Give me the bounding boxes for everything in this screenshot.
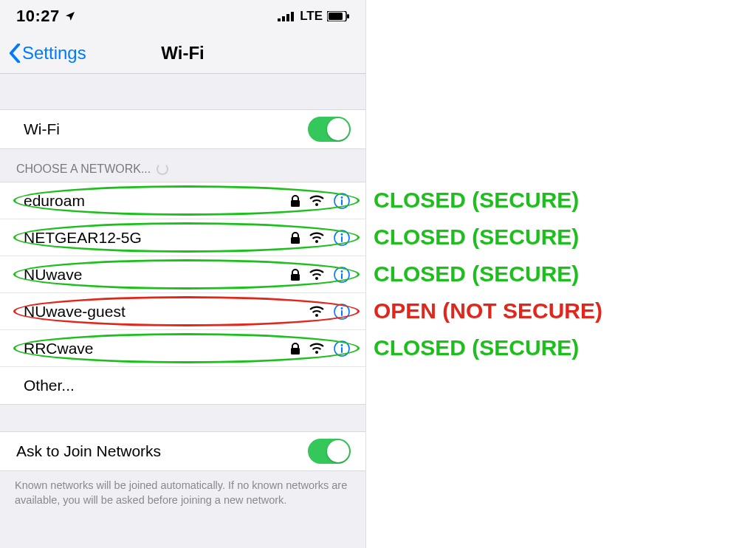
lock-icon (290, 269, 300, 281)
svg-rect-0 (278, 18, 281, 21)
svg-point-8 (315, 203, 318, 206)
network-name: NUwave-guest (24, 303, 309, 321)
svg-rect-11 (341, 199, 343, 205)
network-row[interactable]: NETGEAR12-5G (0, 219, 365, 256)
section-gap (0, 74, 365, 109)
network-list: eduroamNETGEAR12-5GNUwaveNUwave-guestRRC… (0, 182, 365, 405)
status-time: 10:27 (16, 7, 60, 26)
lock-icon (290, 232, 300, 244)
svg-rect-5 (329, 13, 343, 20)
svg-point-27 (315, 351, 318, 354)
choose-network-header: CHOOSE A NETWORK... (0, 149, 365, 182)
signal-bars-icon (278, 11, 295, 21)
network-row[interactable]: NUwave (0, 256, 365, 293)
annotation-label: CLOSED (SECURE) (374, 225, 579, 250)
svg-rect-30 (341, 347, 343, 353)
back-label: Settings (22, 43, 86, 64)
svg-rect-25 (341, 310, 343, 316)
svg-point-29 (341, 344, 343, 346)
other-network-row[interactable]: Other... (0, 367, 365, 404)
wifi-toggle-label: Wi-Fi (15, 120, 308, 138)
svg-rect-16 (341, 236, 343, 242)
wifi-signal-icon (309, 232, 324, 244)
svg-point-24 (341, 307, 343, 309)
svg-point-10 (341, 196, 343, 199)
annotation-label: CLOSED (SECURE) (374, 188, 579, 213)
lock-icon (290, 195, 300, 207)
network-status-icons (290, 192, 351, 210)
choose-network-label: CHOOSE A NETWORK... (16, 162, 151, 176)
svg-rect-12 (291, 237, 300, 244)
nav-bar: Settings Wi-Fi (0, 32, 365, 74)
network-name: RRCwave (24, 340, 290, 357)
network-row[interactable]: eduroam (0, 182, 365, 219)
lock-icon (290, 343, 300, 355)
svg-rect-3 (291, 12, 294, 21)
svg-rect-2 (286, 14, 289, 21)
svg-rect-26 (291, 348, 300, 355)
network-row[interactable]: RRCwave (0, 330, 365, 367)
footer-help-text: Known networks will be joined automatica… (0, 471, 365, 518)
other-label: Other... (24, 377, 351, 394)
svg-rect-1 (282, 16, 285, 21)
svg-rect-6 (347, 14, 349, 18)
svg-point-22 (315, 314, 318, 317)
info-icon[interactable] (333, 192, 351, 210)
loading-spinner-icon (157, 163, 168, 175)
network-status-icons (290, 266, 351, 284)
info-icon[interactable] (333, 229, 351, 247)
network-row[interactable]: NUwave-guest (0, 293, 365, 330)
network-status-icons (290, 229, 351, 247)
wifi-toggle-row: Wi-Fi (0, 109, 365, 149)
annotation-label: OPEN (NOT SECURE) (374, 298, 602, 323)
wifi-signal-icon (309, 306, 324, 318)
info-icon[interactable] (333, 266, 351, 284)
back-button[interactable]: Settings (0, 43, 86, 64)
annotation-label: CLOSED (SECURE) (374, 261, 579, 287)
network-status-icons (290, 340, 351, 357)
info-icon[interactable] (333, 303, 351, 321)
network-name: eduroam (24, 192, 290, 210)
ask-join-label: Ask to Join Networks (15, 442, 308, 460)
section-gap (0, 405, 365, 431)
svg-rect-21 (341, 273, 343, 279)
info-icon[interactable] (333, 340, 351, 357)
network-name: NUwave (24, 266, 290, 284)
location-arrow-icon (64, 10, 76, 22)
wifi-signal-icon (309, 195, 324, 207)
network-type-label: LTE (300, 9, 323, 24)
wifi-signal-icon (309, 343, 324, 355)
svg-point-18 (315, 277, 318, 280)
network-status-icons (309, 303, 351, 321)
ask-join-row: Ask to Join Networks (0, 431, 365, 471)
wifi-signal-icon (309, 269, 324, 281)
battery-icon (327, 11, 349, 21)
phone-settings-panel: 10:27 LTE (0, 0, 366, 548)
chevron-left-icon (9, 44, 21, 63)
wifi-toggle[interactable] (308, 117, 351, 142)
svg-rect-7 (291, 200, 300, 207)
svg-point-13 (315, 240, 318, 243)
svg-point-15 (341, 233, 343, 236)
svg-rect-17 (291, 274, 300, 281)
status-bar: 10:27 LTE (0, 0, 365, 32)
ask-join-toggle[interactable] (308, 439, 351, 464)
svg-point-20 (341, 270, 343, 273)
network-name: NETGEAR12-5G (24, 229, 290, 247)
annotation-label: CLOSED (SECURE) (374, 335, 579, 360)
